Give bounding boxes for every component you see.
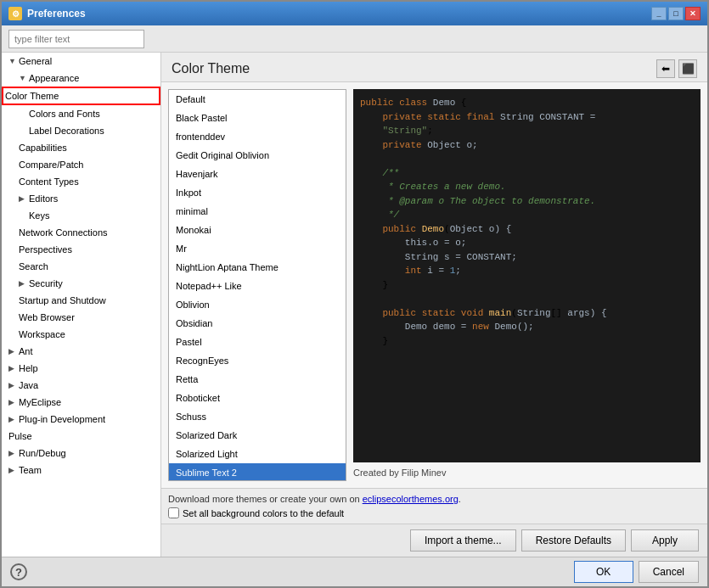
filter-input[interactable]: [8, 30, 144, 48]
tree-item-workspace[interactable]: Workspace: [2, 326, 160, 343]
action-buttons: Import a theme... Restore Defaults Apply: [161, 524, 707, 557]
tree-item-general[interactable]: ▼ General: [2, 53, 160, 70]
theme-item[interactable]: Solarized Light: [169, 445, 346, 463]
tree-label: Appearance: [29, 70, 79, 86]
theme-item[interactable]: Pastel: [169, 333, 346, 351]
code-line: }: [360, 278, 694, 293]
code-line: private Object o;: [360, 138, 694, 153]
nav-back-button[interactable]: ⬅: [656, 59, 675, 78]
maximize-button[interactable]: □: [668, 7, 684, 20]
theme-item[interactable]: minimal: [169, 202, 346, 221]
panel-title: Color Theme: [172, 61, 250, 76]
tree-item-java[interactable]: ▶ Java: [2, 377, 160, 394]
theme-item[interactable]: Gedit Original Oblivion: [169, 146, 346, 165]
tree-item-myeclipse[interactable]: ▶ MyEclipse: [2, 394, 160, 411]
tree-item-perspectives[interactable]: Perspectives: [2, 241, 160, 258]
minimize-button[interactable]: _: [651, 7, 667, 20]
download-link[interactable]: eclipsecolorthemes.org: [363, 494, 459, 504]
expand-icon: ▶: [8, 462, 17, 478]
tree-item-web-browser[interactable]: Web Browser: [2, 309, 160, 326]
tree-item-pulse[interactable]: Pulse: [2, 428, 160, 445]
theme-item[interactable]: RecognEyes: [169, 351, 346, 370]
tree-label: Run/Debug: [19, 445, 66, 461]
theme-item[interactable]: NightLion Aptana Theme: [169, 258, 346, 277]
tree-label: Plug-in Development: [19, 412, 105, 427]
theme-item[interactable]: Oblivion: [169, 295, 346, 314]
tree-item-keys[interactable]: Keys: [2, 207, 160, 224]
code-line: [360, 292, 694, 306]
tree-item-appearance[interactable]: ▼ Appearance: [2, 70, 160, 87]
code-line: private static final String CONSTANT =: [360, 110, 694, 125]
tree-item-colors-fonts[interactable]: Colors and Fonts: [2, 105, 160, 122]
tree-item-plugin-dev[interactable]: ▶ Plug-in Development: [2, 411, 160, 428]
download-label: Download more themes or create your own …: [168, 494, 363, 504]
code-line: public Demo(Object o) {: [360, 222, 694, 237]
expand-icon: ▶: [8, 344, 17, 359]
header-actions: ⬅ ⬛: [656, 59, 697, 78]
theme-item[interactable]: Default: [169, 90, 346, 109]
close-button[interactable]: ✕: [685, 7, 701, 20]
tree-item-capabilities[interactable]: Capabilities: [2, 139, 160, 156]
theme-item[interactable]: Inkpot: [169, 183, 346, 202]
tree-label: Capabilities: [19, 140, 67, 155]
code-line: this.o = o;: [360, 236, 694, 250]
tree-label: Security: [29, 276, 63, 291]
theme-item[interactable]: Black Pastel: [169, 109, 346, 127]
theme-item[interactable]: frontenddev: [169, 127, 346, 146]
expand-icon: ▶: [8, 378, 17, 393]
tree-item-team[interactable]: ▶ Team: [2, 462, 160, 479]
theme-item-sublime-text-2[interactable]: Sublime Text 2: [169, 463, 346, 481]
tree-label: Network Connections: [19, 225, 108, 240]
tree-item-content-types[interactable]: Content Types: [2, 173, 160, 190]
theme-item[interactable]: Havenjark: [169, 165, 346, 183]
theme-item[interactable]: Obsidian: [169, 314, 346, 333]
tree-item-run-debug[interactable]: ▶ Run/Debug: [2, 445, 160, 462]
restore-defaults-button[interactable]: Restore Defaults: [521, 529, 626, 552]
left-panel: ▼ General ▼ Appearance Color Theme Color…: [2, 53, 161, 557]
code-preview: public class Demo { private static final…: [353, 89, 701, 462]
tree-item-help[interactable]: ▶ Help: [2, 360, 160, 377]
code-line: public class Demo {: [360, 96, 694, 110]
expand-icon: ▶: [19, 276, 27, 291]
background-checkbox[interactable]: [168, 507, 179, 518]
tree-label: Keys: [29, 208, 49, 223]
right-body: Default Black Pastel frontenddev Gedit O…: [161, 82, 707, 488]
cancel-button[interactable]: Cancel: [639, 561, 699, 583]
theme-item[interactable]: Schuss: [169, 407, 346, 426]
theme-item[interactable]: Roboticket: [169, 389, 346, 407]
expand-icon: ▶: [8, 361, 17, 376]
checkbox-row: Set all background colors to the default: [168, 507, 701, 518]
tree-item-startup[interactable]: Startup and Shutdow: [2, 292, 160, 309]
theme-item[interactable]: Monokai: [169, 221, 346, 239]
tree-item-compare-patch[interactable]: Compare/Patch: [2, 156, 160, 173]
tree-item-security[interactable]: ▶ Security: [2, 275, 160, 292]
tree-label: Java: [19, 378, 38, 393]
apply-button[interactable]: Apply: [631, 529, 699, 552]
tree-item-search[interactable]: Search: [2, 258, 160, 275]
right-header: Color Theme ⬅ ⬛: [161, 53, 707, 82]
footer-buttons: OK Cancel: [574, 561, 699, 583]
tree-label: Help: [19, 361, 38, 376]
tree-item-network[interactable]: Network Connections: [2, 224, 160, 241]
title-bar-controls: _ □ ✕: [651, 7, 701, 20]
import-button[interactable]: Import a theme...: [410, 529, 516, 552]
help-button[interactable]: ?: [10, 563, 27, 580]
nav-forward-button[interactable]: ⬛: [678, 59, 697, 78]
ok-button[interactable]: OK: [574, 561, 633, 583]
author-line: Created by Filip Minev: [353, 462, 701, 481]
expand-icon: ▶: [19, 191, 27, 206]
tree-item-editors[interactable]: ▶ Editors: [2, 190, 160, 207]
tree-label: Startup and Shutdow: [19, 293, 106, 308]
theme-item[interactable]: Retta: [169, 370, 346, 389]
tree-label: Colors and Fonts: [29, 106, 100, 121]
tree-item-label-decorations[interactable]: Label Decorations: [2, 122, 160, 139]
code-line: }: [360, 334, 694, 349]
theme-item[interactable]: Solarized Dark: [169, 426, 346, 445]
theme-item[interactable]: Notepad++ Like: [169, 277, 346, 295]
toolbar: [2, 25, 707, 53]
tree-label: Workspace: [19, 327, 65, 342]
theme-list[interactable]: Default Black Pastel frontenddev Gedit O…: [168, 89, 346, 481]
theme-item[interactable]: Mr: [169, 239, 346, 258]
tree-item-ant[interactable]: ▶ Ant: [2, 343, 160, 360]
tree-item-color-theme[interactable]: Color Theme: [2, 87, 160, 105]
